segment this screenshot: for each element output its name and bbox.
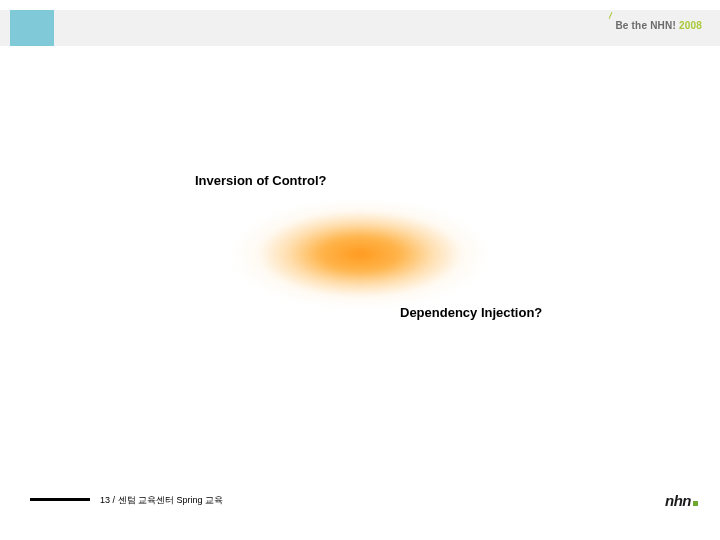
footer-rule [30,498,90,501]
header-accent-square [10,10,54,46]
slide-header: Be the NHN! 2008 [0,0,720,46]
nhn-logo: nhn [665,492,698,509]
footer-page-info: 13 / 센텀 교육센터 Spring 교육 [100,494,223,507]
slide-footer: 13 / 센텀 교육센터 Spring 교육 nhn [0,490,720,520]
logo-dot-icon [693,501,698,506]
topic-text-bottom: Dependency Injection? [400,305,542,320]
brand-tagline: Be the NHN! 2008 [615,20,702,31]
topic-text-top: Inversion of Control? [195,173,326,188]
slide-content: Inversion of Control? Dependency Injecti… [110,140,610,360]
brand-year: 2008 [679,20,702,31]
brand-tick-icon [607,12,615,20]
brand-prefix: Be the NHN! [615,20,676,31]
logo-text: nhn [665,492,691,509]
